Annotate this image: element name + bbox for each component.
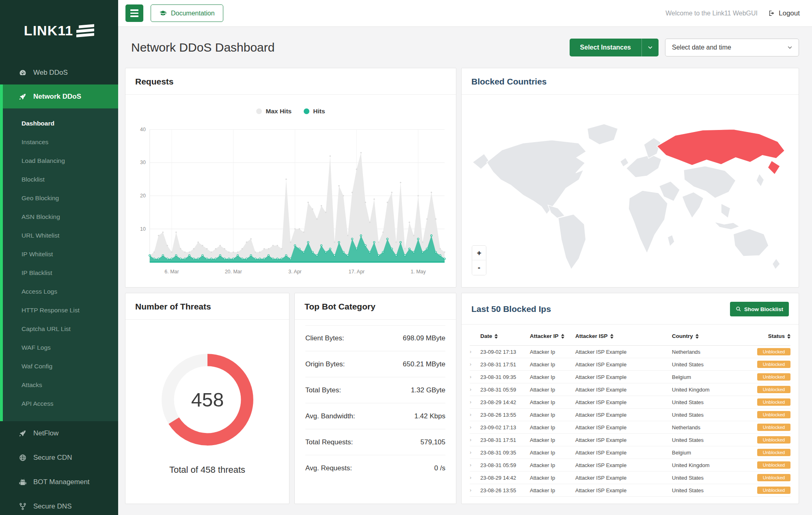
sidebar-item-netflow[interactable]: NetFlow bbox=[0, 421, 118, 446]
status-badge: Unblocked bbox=[757, 411, 790, 418]
menu-toggle-button[interactable] bbox=[125, 4, 143, 22]
cell-country: United States bbox=[672, 361, 748, 368]
documentation-label: Documentation bbox=[171, 10, 215, 17]
show-blocklist-button[interactable]: Show Blocklist bbox=[730, 302, 789, 316]
date-time-placeholder: Select date and time bbox=[672, 44, 731, 51]
sidebar-item-dashboard[interactable]: Dashboard bbox=[3, 114, 118, 133]
table-row[interactable]: ›23-08-31 17:51Attacker IpAttacker ISP E… bbox=[470, 358, 790, 371]
page-header: Network DDoS Dashboard Select Instances … bbox=[118, 27, 812, 68]
column-header-date[interactable]: Date bbox=[480, 333, 530, 339]
threats-card: Number of Threats 458 Total of 458 threa… bbox=[125, 293, 289, 504]
cell-attacker-isp: Attacker ISP Example bbox=[575, 475, 672, 481]
row-expand-icon[interactable]: › bbox=[470, 462, 480, 468]
map-zoom-in-button[interactable]: + bbox=[472, 246, 486, 260]
row-expand-icon[interactable]: › bbox=[470, 475, 480, 480]
row-expand-icon[interactable]: › bbox=[470, 412, 480, 418]
sidebar-item-asn-blocking[interactable]: ASN Blocking bbox=[3, 208, 118, 226]
column-header-attacker-ip[interactable]: Attacker IP bbox=[530, 333, 575, 339]
logo-text: LINK11 bbox=[24, 23, 73, 39]
stat-value: 0 /s bbox=[434, 464, 445, 472]
sidebar-item-access-logs[interactable]: Access Logs bbox=[3, 282, 118, 301]
sort-icon[interactable] bbox=[787, 334, 790, 339]
documentation-button[interactable]: Documentation bbox=[151, 4, 223, 22]
row-expand-icon[interactable]: › bbox=[470, 437, 480, 443]
status-badge: Unblocked bbox=[757, 348, 790, 355]
svg-text:40: 40 bbox=[140, 127, 146, 132]
sidebar-item-geo-blocking[interactable]: Geo Blocking bbox=[3, 189, 118, 208]
cell-country: United States bbox=[672, 487, 748, 493]
sidebar-item-bot-management[interactable]: BOT Management bbox=[0, 470, 118, 494]
row-expand-icon[interactable]: › bbox=[470, 487, 480, 493]
legend-hits[interactable]: Hits bbox=[304, 108, 325, 115]
table-row[interactable]: ›23-08-29 14:42Attacker IpAttacker ISP E… bbox=[470, 396, 790, 409]
row-expand-icon[interactable]: › bbox=[470, 349, 480, 355]
table-row[interactable]: ›23-09-02 17:13Attacker IpAttacker ISP E… bbox=[470, 346, 790, 358]
sidebar-item-url-whitelist[interactable]: URL Whitelist bbox=[3, 226, 118, 245]
stat-row: Total Bytes:1.32 GByte bbox=[305, 377, 445, 403]
logo-flag-icon bbox=[76, 25, 94, 37]
row-expand-icon[interactable]: › bbox=[470, 387, 480, 392]
sort-icon[interactable] bbox=[695, 334, 699, 339]
cell-attacker-ip: Attacker Ip bbox=[530, 437, 575, 443]
table-row[interactable]: ›23-08-31 09:35Attacker IpAttacker ISP E… bbox=[470, 446, 790, 459]
table-row[interactable]: ›23-08-31 09:35Attacker IpAttacker ISP E… bbox=[470, 371, 790, 383]
map-zoom-out-button[interactable]: - bbox=[472, 260, 486, 275]
select-instances-label: Select Instances bbox=[570, 39, 641, 56]
status-badge: Unblocked bbox=[757, 461, 790, 469]
stat-value: 1.42 Kbps bbox=[414, 412, 445, 420]
sidebar-item-ip-whitelist[interactable]: IP Whitelist bbox=[3, 245, 118, 264]
select-instances-button[interactable]: Select Instances bbox=[570, 39, 659, 56]
table-row[interactable]: ›23-08-31 17:51Attacker IpAttacker ISP E… bbox=[470, 434, 790, 446]
table-row[interactable]: ›23-08-26 13:55Attacker IpAttacker ISP E… bbox=[470, 409, 790, 421]
sidebar-item-network-ddos[interactable]: Network DDoS bbox=[3, 84, 118, 108]
svg-text:30: 30 bbox=[140, 160, 146, 165]
table-row[interactable]: ›23-08-26 13:55Attacker IpAttacker ISP E… bbox=[470, 484, 790, 497]
sidebar-item-http-response-list[interactable]: HTTP Response List bbox=[3, 301, 118, 320]
world-map[interactable]: + - bbox=[462, 95, 799, 287]
row-expand-icon[interactable]: › bbox=[470, 399, 480, 405]
sidebar-item-waf-logs[interactable]: WAF Logs bbox=[3, 338, 118, 357]
date-time-picker[interactable]: Select date and time bbox=[665, 39, 799, 56]
sidebar-item-instances[interactable]: Instances bbox=[3, 133, 118, 151]
sidebar-bottom-nav: NetFlow Secure CDN BOT Management Secure… bbox=[0, 421, 118, 515]
row-expand-icon[interactable]: › bbox=[470, 361, 480, 367]
legend-max-hits[interactable]: Max Hits bbox=[256, 108, 292, 115]
sidebar-item-captcha-url-list[interactable]: Captcha URL List bbox=[3, 320, 118, 338]
sidebar-item-secure-cdn[interactable]: Secure CDN bbox=[0, 446, 118, 470]
logout-button[interactable]: Logout bbox=[768, 9, 800, 17]
status-badge: Unblocked bbox=[757, 474, 790, 481]
table-row[interactable]: ›23-08-29 14:42Attacker IpAttacker ISP E… bbox=[470, 472, 790, 484]
row-expand-icon[interactable]: › bbox=[470, 374, 480, 380]
column-header-attacker-isp[interactable]: Attacker ISP bbox=[575, 333, 672, 339]
land-central-america bbox=[548, 205, 565, 218]
blocked-countries-card: Blocked Countries bbox=[461, 68, 799, 288]
row-expand-icon[interactable]: › bbox=[470, 450, 480, 455]
world-map-svg bbox=[466, 98, 795, 284]
table-row[interactable]: ›23-09-02 17:13Attacker IpAttacker ISP E… bbox=[470, 421, 790, 434]
cell-date: 23-08-29 14:42 bbox=[480, 399, 530, 405]
cell-date: 23-09-02 17:13 bbox=[480, 424, 530, 431]
sort-icon[interactable] bbox=[495, 334, 498, 339]
sidebar-item-blocklist[interactable]: Blocklist bbox=[3, 170, 118, 189]
column-header-status[interactable]: Status bbox=[748, 333, 790, 339]
stat-value: 650.21 MByte bbox=[403, 360, 445, 368]
sidebar-item-api-access[interactable]: API Access bbox=[3, 394, 118, 413]
sidebar-item-waf-config[interactable]: Waf Config bbox=[3, 357, 118, 376]
sidebar-item-attacks[interactable]: Attacks bbox=[3, 376, 118, 394]
column-header-country[interactable]: Country bbox=[672, 333, 748, 339]
cell-attacker-isp: Attacker ISP Example bbox=[575, 437, 672, 443]
sidebar-item-load-balancing[interactable]: Load Balancing bbox=[3, 151, 118, 170]
chevron-down-icon[interactable] bbox=[641, 39, 659, 56]
sidebar-item-secure-dns[interactable]: Secure DNS bbox=[0, 494, 118, 515]
table-row[interactable]: ›23-08-31 05:59Attacker IpAttacker ISP E… bbox=[470, 459, 790, 472]
sort-icon[interactable] bbox=[610, 334, 613, 339]
sidebar-item-ip-blacklist[interactable]: IP Blacklist bbox=[3, 264, 118, 282]
table-row[interactable]: ›23-08-31 05:59Attacker IpAttacker ISP E… bbox=[470, 383, 790, 396]
max-hits-dot-icon bbox=[256, 108, 262, 114]
row-expand-icon[interactable]: › bbox=[470, 424, 480, 430]
sort-icon[interactable] bbox=[561, 334, 564, 339]
status-badge: Unblocked bbox=[757, 424, 790, 431]
cell-date: 23-08-26 13:55 bbox=[480, 487, 530, 493]
land-russia-highlighted bbox=[657, 129, 785, 165]
sidebar-item-web-ddos[interactable]: Web DDoS bbox=[0, 61, 118, 84]
